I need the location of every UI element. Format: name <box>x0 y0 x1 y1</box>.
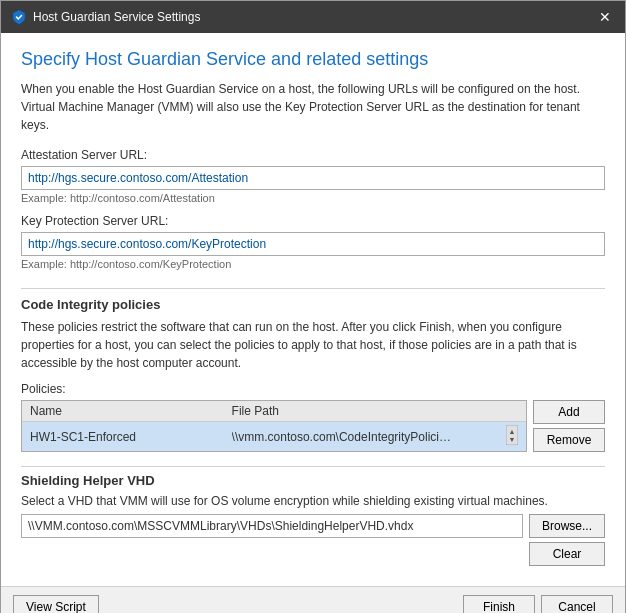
footer-right: Finish Cancel <box>463 595 613 613</box>
key-protection-input[interactable] <box>21 232 605 256</box>
key-protection-example: Example: http://contoso.com/KeyProtectio… <box>21 258 605 270</box>
shielding-description: Select a VHD that VMM will use for OS vo… <box>21 494 605 508</box>
browse-button[interactable]: Browse... <box>529 514 605 538</box>
shielding-section: Shielding Helper VHD Select a VHD that V… <box>21 466 605 570</box>
col-header-path: File Path <box>224 401 526 422</box>
shielding-vhd-input[interactable] <box>21 514 523 538</box>
policies-label: Policies: <box>21 382 605 396</box>
shield-icon <box>11 9 27 25</box>
finish-button[interactable]: Finish <box>463 595 535 613</box>
close-button[interactable]: ✕ <box>595 7 615 27</box>
shielding-buttons: Browse... Clear <box>529 514 605 566</box>
remove-button[interactable]: Remove <box>533 428 605 452</box>
attestation-input[interactable] <box>21 166 605 190</box>
shielding-input-row: Browse... Clear <box>21 514 605 566</box>
policies-table: Name File Path HW1-SC1-Enforced \\vmm.co… <box>22 401 526 451</box>
code-integrity-description: These policies restrict the software tha… <box>21 318 605 372</box>
policies-table-container: Name File Path HW1-SC1-Enforced \\vmm.co… <box>21 400 527 452</box>
dialog: Host Guardian Service Settings ✕ Specify… <box>0 0 626 613</box>
code-integrity-title: Code Integrity policies <box>21 297 605 312</box>
table-row[interactable]: HW1-SC1-Enforced \\vmm.contoso.com\CodeI… <box>22 422 526 452</box>
table-header-row: Name File Path <box>22 401 526 422</box>
attestation-label: Attestation Server URL: <box>21 148 605 162</box>
scroll-arrows-icon: ▲ ▼ <box>506 425 518 445</box>
shielding-title: Shielding Helper VHD <box>21 473 605 488</box>
footer: View Script Finish Cancel <box>1 586 625 613</box>
page-description: When you enable the Host Guardian Servic… <box>21 80 605 134</box>
policy-path-text: \\vmm.contoso.com\CodeIntegrityPolicies\… <box>232 430 452 444</box>
scroll-indicator: ▲ ▼ <box>506 425 518 448</box>
main-content: Specify Host Guardian Service and relate… <box>1 33 625 586</box>
cancel-button[interactable]: Cancel <box>541 595 613 613</box>
clear-button[interactable]: Clear <box>529 542 605 566</box>
col-header-name: Name <box>22 401 224 422</box>
policy-path-cell: \\vmm.contoso.com\CodeIntegrityPolicies\… <box>224 422 526 452</box>
add-button[interactable]: Add <box>533 400 605 424</box>
view-script-button[interactable]: View Script <box>13 595 99 613</box>
path-cell-wrapper: \\vmm.contoso.com\CodeIntegrityPolicies\… <box>232 425 518 448</box>
title-bar-title: Host Guardian Service Settings <box>33 10 200 24</box>
key-protection-label: Key Protection Server URL: <box>21 214 605 228</box>
policies-buttons: Add Remove <box>533 400 605 452</box>
title-bar: Host Guardian Service Settings ✕ <box>1 1 625 33</box>
svg-text:▲: ▲ <box>509 428 516 435</box>
policy-name-cell: HW1-SC1-Enforced <box>22 422 224 452</box>
policies-area: Name File Path HW1-SC1-Enforced \\vmm.co… <box>21 400 605 452</box>
attestation-example: Example: http://contoso.com/Attestation <box>21 192 605 204</box>
svg-text:▼: ▼ <box>509 436 516 443</box>
separator-1 <box>21 288 605 289</box>
page-title: Specify Host Guardian Service and relate… <box>21 49 605 70</box>
title-bar-left: Host Guardian Service Settings <box>11 9 200 25</box>
